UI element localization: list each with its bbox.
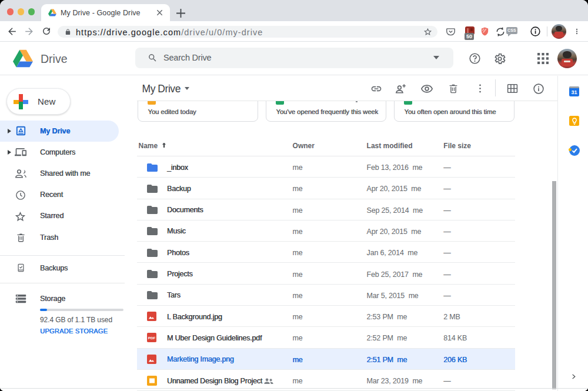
svg-text:PDF: PDF	[148, 336, 156, 340]
